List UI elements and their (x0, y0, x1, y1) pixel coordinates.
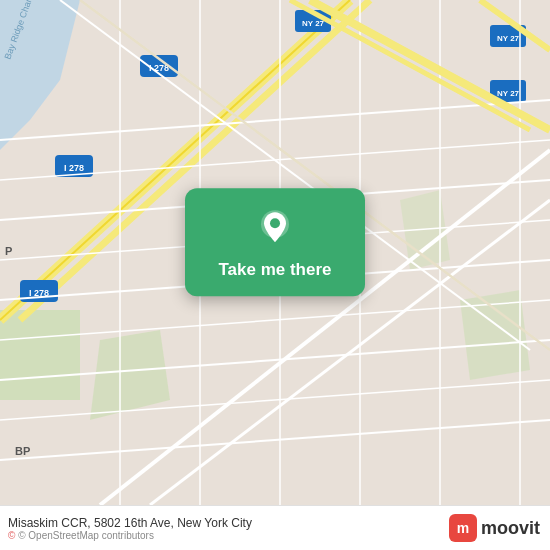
take-me-there-button[interactable]: Take me there (218, 260, 331, 280)
svg-text:m: m (457, 520, 469, 536)
moovit-brand-name: moovit (481, 518, 540, 539)
bottom-bar: Misaskim CCR, 5802 16th Ave, New York Ci… (0, 505, 550, 550)
moovit-icon: m (449, 514, 477, 542)
attribution-text: © © OpenStreetMap contributors (8, 530, 252, 541)
svg-text:P: P (5, 245, 12, 257)
svg-text:NY 27: NY 27 (302, 19, 325, 28)
location-card[interactable]: Take me there (185, 188, 365, 296)
map-view[interactable]: Bay Ridge Channel I 278 I 278 I 278 NY 2… (0, 0, 550, 505)
address-text: Misaskim CCR, 5802 16th Ave, New York Ci… (8, 516, 252, 530)
svg-point-48 (270, 218, 280, 228)
svg-text:NY 27: NY 27 (497, 34, 520, 43)
moovit-logo: m moovit (449, 514, 540, 542)
location-pin-icon (253, 206, 297, 250)
svg-text:NY 27: NY 27 (497, 89, 520, 98)
svg-text:I 278: I 278 (64, 163, 84, 173)
svg-text:BP: BP (15, 445, 30, 457)
svg-rect-3 (0, 310, 80, 400)
